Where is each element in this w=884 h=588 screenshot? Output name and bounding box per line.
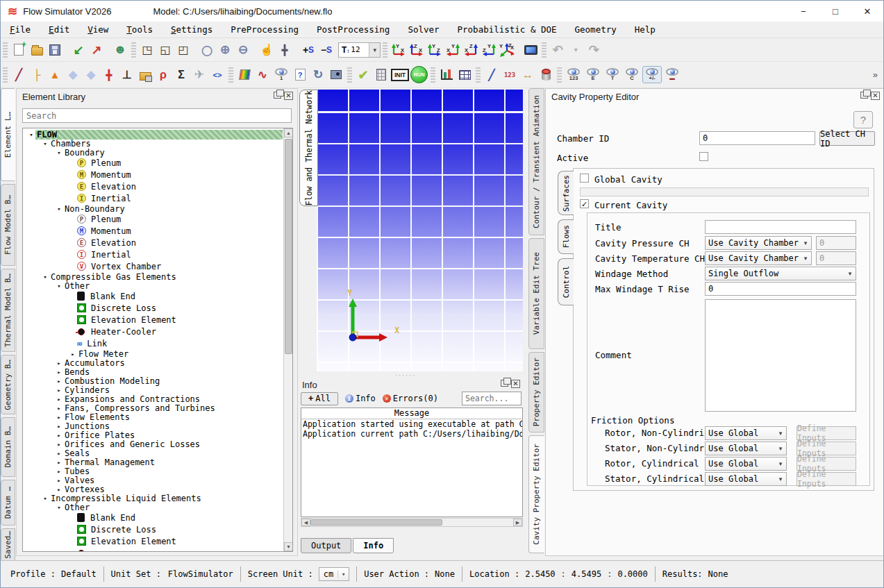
- collapse-icon[interactable]: ▸: [55, 369, 63, 376]
- collapse-icon[interactable]: ▸: [55, 360, 63, 367]
- tree-item-orifices-and-generic-losses[interactable]: ▸Orifices and Generic Losses: [23, 439, 283, 448]
- tree-item-boundary[interactable]: ▾Boundary: [23, 148, 283, 157]
- scroll-thumb[interactable]: [310, 519, 442, 526]
- collapse-icon[interactable]: ▸: [55, 468, 63, 475]
- screen-unit-select[interactable]: cm▾: [319, 567, 349, 581]
- tab-thermal-model-b[interactable]: Thermal Model B…: [1, 269, 15, 352]
- script-editor-icon[interactable]: <>: [209, 66, 226, 84]
- clamp-tool-icon[interactable]: ⊥: [119, 66, 135, 84]
- collapse-icon[interactable]: ▸: [55, 450, 63, 457]
- minimize-button[interactable]: −: [787, 1, 819, 22]
- model-canvas[interactable]: Y X: [317, 90, 523, 371]
- tab-info[interactable]: Info: [353, 538, 394, 553]
- tree-item-discrete-loss[interactable]: Discrete Loss: [23, 523, 283, 535]
- filter-info-button[interactable]: i Info: [345, 394, 376, 403]
- cube-display-alt-icon[interactable]: ◆: [83, 66, 99, 84]
- tree-item-combustion-modeling[interactable]: ▸Combustion Modeling: [23, 376, 283, 385]
- tree-item-orifice-plates[interactable]: ▸Orifice Plates: [23, 430, 283, 439]
- tab-property-editor[interactable]: Property Editor: [528, 352, 544, 432]
- zoom-window-icon[interactable]: ◯: [199, 41, 215, 59]
- toggle-ids-visibility-icon[interactable]: 123: [565, 67, 583, 83]
- view-iso-icon[interactable]: YZX: [499, 41, 515, 59]
- friction-select-stator-non-cylindrical[interactable]: Use Global▾: [705, 442, 787, 455]
- spline-curve-icon[interactable]: ρ: [155, 66, 172, 84]
- aircraft-engine-icon[interactable]: ✈: [191, 66, 208, 84]
- tree-item-tubes[interactable]: ▸Tubes: [23, 467, 283, 476]
- tab-element-l[interactable]: Element L…: [1, 88, 15, 181]
- collapse-icon[interactable]: ▸: [55, 405, 63, 412]
- define-inputs-button[interactable]: Define Inputs: [797, 457, 856, 471]
- message-row[interactable]: Application started using executable at …: [301, 419, 522, 429]
- tree-item-momentum[interactable]: MMomentum: [23, 169, 283, 180]
- toolbar-grip[interactable]: [347, 67, 352, 83]
- tree-item-seals[interactable]: ▸Seals: [23, 448, 283, 457]
- toggle-temperatures-visibility-icon[interactable]: T: [603, 67, 622, 83]
- expand-icon[interactable]: ▾: [41, 140, 49, 147]
- zoom-out-icon[interactable]: ⊖: [235, 41, 251, 59]
- define-inputs-button[interactable]: Define Inputs: [797, 472, 856, 486]
- tree-item-elevation-element[interactable]: Elevation Element: [23, 535, 283, 547]
- current-cavity-checkbox[interactable]: ✓: [580, 199, 589, 208]
- snapshot-icon[interactable]: [328, 66, 344, 84]
- collapse-icon[interactable]: ▸: [55, 414, 63, 421]
- close-panel-icon[interactable]: ✕: [284, 92, 293, 100]
- tree-item-link[interactable]: ∞Link: [23, 337, 283, 349]
- summation-icon[interactable]: Σ: [173, 66, 190, 84]
- friction-select-rotor-non-cylindrical[interactable]: Use Global▾: [705, 426, 787, 440]
- undo-dropdown-icon[interactable]: ▾: [567, 41, 584, 59]
- toolbar-grip[interactable]: [557, 67, 562, 83]
- expand-icon[interactable]: ▾: [27, 131, 35, 138]
- tree-item-clipped[interactable]: [23, 547, 283, 551]
- toolbar-grip[interactable]: [542, 42, 547, 58]
- cube-display-icon[interactable]: ◆: [65, 66, 81, 84]
- expand-icon[interactable]: ▾: [41, 495, 49, 502]
- tab-output[interactable]: Output: [301, 538, 351, 553]
- fit-selection-icon[interactable]: ◰: [175, 41, 192, 59]
- filter-errors-button[interactable]: ✕ Errors(0): [383, 394, 438, 403]
- collapse-icon[interactable]: ▸: [55, 396, 63, 403]
- save-model-icon[interactable]: [47, 41, 63, 59]
- cavity-pressure-ch-input[interactable]: [816, 236, 856, 250]
- tree-item-elevation-element[interactable]: Elevation Element: [23, 314, 283, 326]
- display-settings-icon[interactable]: [522, 41, 539, 59]
- refresh-results-icon[interactable]: ↻: [310, 66, 326, 84]
- view-xy-back-icon[interactable]: YX: [444, 41, 461, 59]
- contour-scale-icon[interactable]: [236, 66, 253, 84]
- active-checkbox[interactable]: [699, 152, 708, 161]
- tab-variable-edit-tree[interactable]: Variable Edit Tree: [528, 238, 544, 349]
- expand-icon[interactable]: ▾: [55, 149, 63, 156]
- tab-geometry-b[interactable]: Geometry B…: [1, 355, 15, 414]
- model-tree-icon[interactable]: ├: [28, 66, 45, 84]
- cavity-temperature-ch-input[interactable]: [816, 251, 856, 265]
- tree-item-discrete-loss[interactable]: Discrete Loss: [23, 302, 283, 314]
- tab-contour-transient-animation[interactable]: Contour / Transient Animation: [528, 88, 544, 235]
- tree-item-other[interactable]: ▾Other: [23, 281, 283, 290]
- friction-select-rotor-cylindrical[interactable]: Use Global▾: [705, 457, 787, 471]
- tab-domain-b[interactable]: Domain B…: [1, 417, 15, 477]
- tab-datum[interactable]: Datum …: [1, 480, 15, 526]
- toolbar-grip[interactable]: [3, 42, 8, 58]
- view-xz-back-icon[interactable]: ZX: [462, 41, 479, 59]
- tree-item-flow-meter[interactable]: ▸Flow Meter: [23, 349, 283, 358]
- cavity-pressure-select[interactable]: Use Cavity Chamber▾: [705, 236, 812, 250]
- toggle-dashes-visibility-icon[interactable]: ▬: [663, 67, 681, 83]
- tree-item-blank-end[interactable]: Blank End: [23, 512, 283, 523]
- tree-item-compressible-gas-elements[interactable]: ▾Compressible Gas Elements: [23, 272, 283, 281]
- pan-icon[interactable]: ☝: [258, 41, 275, 59]
- tree-item-blank-end[interactable]: Blank End: [23, 290, 283, 302]
- scroll-thumb[interactable]: [285, 139, 292, 354]
- toolbar-grip[interactable]: [383, 42, 387, 58]
- collapse-icon[interactable]: ▸: [55, 387, 63, 394]
- solver-settings-icon[interactable]: [373, 66, 390, 84]
- cavity-temperature-select[interactable]: Use Cavity Chamber▾: [705, 251, 812, 265]
- tree-item-cylinders[interactable]: ▸Cylinders: [23, 385, 283, 394]
- filter-all-button[interactable]: + All: [301, 392, 338, 405]
- chamber-id-input[interactable]: [699, 131, 815, 145]
- decrease-symbol-size-button[interactable]: −S: [318, 41, 335, 59]
- view-xy-icon[interactable]: YX: [390, 41, 407, 59]
- help-button[interactable]: ?: [853, 111, 873, 128]
- collapse-icon[interactable]: ▸: [55, 423, 63, 430]
- message-search-input[interactable]: [462, 392, 522, 405]
- close-panel-icon[interactable]: ✕: [871, 92, 880, 100]
- tab-flow-model-b[interactable]: Flow Model B…: [1, 184, 15, 266]
